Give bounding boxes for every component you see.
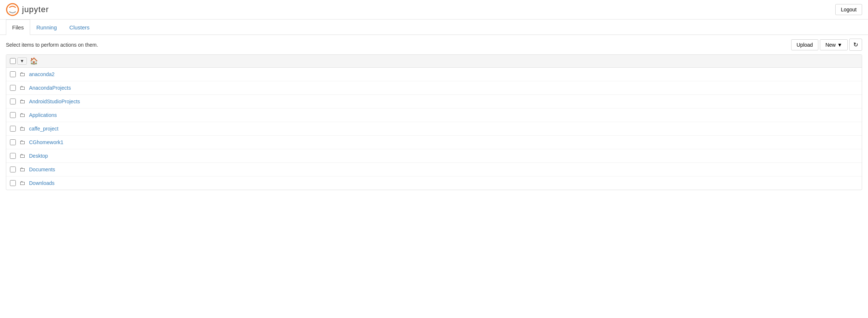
table-row: 🗀anaconda2 (6, 68, 862, 81)
folder-icon: 🗀 (19, 71, 25, 78)
tab-clusters[interactable]: Clusters (63, 19, 96, 35)
folder-icon: 🗀 (19, 112, 25, 118)
toolbar-actions: Upload New ▼ ↻ (791, 39, 862, 51)
refresh-button[interactable]: ↻ (849, 39, 862, 51)
file-checkbox[interactable] (10, 126, 16, 132)
file-name-link[interactable]: Applications (29, 112, 57, 118)
file-name-link[interactable]: caffe_project (29, 126, 58, 132)
file-list-header: ▼ 🏠 (6, 55, 862, 68)
file-checkbox[interactable] (10, 180, 16, 186)
toolbar: Select items to perform actions on them.… (0, 35, 868, 54)
file-checkbox[interactable] (10, 85, 16, 91)
table-row: 🗀Downloads (6, 176, 862, 190)
file-name-link[interactable]: Desktop (29, 153, 48, 159)
folder-icon: 🗀 (19, 153, 25, 159)
file-name-link[interactable]: AnacondaProjects (29, 85, 71, 91)
select-all-checkbox[interactable] (10, 58, 16, 64)
file-checkbox[interactable] (10, 153, 16, 159)
file-name-link[interactable]: Downloads (29, 180, 54, 186)
logo: jupyter (6, 3, 49, 16)
table-row: 🗀AnacondaProjects (6, 81, 862, 95)
tab-running[interactable]: Running (30, 19, 63, 35)
folder-icon: 🗀 (19, 166, 25, 173)
new-dropdown-arrow: ▼ (837, 42, 842, 48)
new-button-label: New (825, 42, 836, 48)
folder-icon: 🗀 (19, 139, 25, 146)
file-checkbox[interactable] (10, 99, 16, 104)
folder-icon: 🗀 (19, 180, 25, 186)
folder-icon: 🗀 (19, 85, 25, 91)
folder-icon: 🗀 (19, 125, 25, 132)
file-checkbox[interactable] (10, 71, 16, 77)
file-rows: 🗀anaconda2🗀AnacondaProjects🗀AndroidStudi… (6, 68, 862, 190)
file-name-link[interactable]: Documents (29, 167, 55, 172)
logout-button[interactable]: Logout (835, 4, 862, 15)
header: jupyter Logout (0, 0, 868, 19)
file-checkbox[interactable] (10, 139, 16, 145)
table-row: 🗀CGhomework1 (6, 136, 862, 149)
upload-button[interactable]: Upload (791, 39, 818, 50)
folder-icon: 🗀 (19, 98, 25, 105)
file-checkbox[interactable] (10, 167, 16, 172)
file-name-link[interactable]: AndroidStudioProjects (29, 99, 80, 104)
file-checkbox[interactable] (10, 112, 16, 118)
table-row: 🗀Documents (6, 163, 862, 176)
tab-files[interactable]: Files (6, 19, 30, 35)
table-row: 🗀Desktop (6, 149, 862, 163)
table-row: 🗀Applications (6, 108, 862, 122)
header-checkbox-wrap: ▼ (10, 57, 27, 65)
svg-point-0 (7, 4, 18, 15)
select-dropdown-arrow[interactable]: ▼ (17, 57, 27, 65)
select-items-text: Select items to perform actions on them. (6, 42, 98, 48)
tabs-bar: Files Running Clusters (0, 19, 868, 35)
file-name-link[interactable]: anaconda2 (29, 71, 54, 77)
file-name-link[interactable]: CGhomework1 (29, 139, 63, 145)
new-button[interactable]: New ▼ (820, 39, 848, 50)
file-list-container: ▼ 🏠 🗀anaconda2🗀AnacondaProjects🗀AndroidS… (6, 54, 862, 190)
table-row: 🗀AndroidStudioProjects (6, 95, 862, 108)
logo-text: jupyter (22, 5, 49, 14)
table-row: 🗀caffe_project (6, 122, 862, 136)
home-icon[interactable]: 🏠 (30, 57, 38, 65)
jupyter-logo-icon (6, 3, 19, 16)
